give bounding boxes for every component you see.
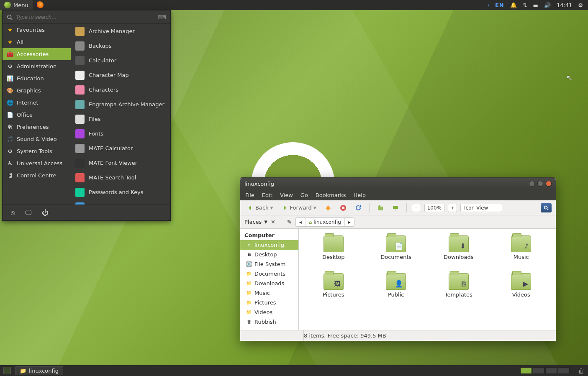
app-files[interactable]: Files: [71, 112, 170, 126]
network-updown-icon[interactable]: ⇅: [523, 2, 527, 8]
path-forward-segment[interactable]: ▸: [345, 218, 354, 226]
folder-downloads[interactable]: ⬇Downloads: [428, 235, 489, 271]
folder-public[interactable]: 👤Public: [366, 273, 427, 309]
logout-icon[interactable]: ⎋: [11, 209, 15, 217]
category-internet[interactable]: 🌐Internet: [3, 97, 71, 109]
sidebar-item-downloads[interactable]: 📁Downloads: [240, 279, 298, 288]
trash-icon: 🗑: [246, 319, 252, 325]
sidebar-item-videos[interactable]: 📁Videos: [240, 307, 298, 317]
app-backups[interactable]: Backups: [71, 38, 170, 53]
app-mate-search-tool[interactable]: MATE Search Tool: [71, 170, 170, 185]
category-administration[interactable]: ⚙Administration: [3, 60, 71, 72]
trash-applet-icon[interactable]: 🗑: [578, 367, 585, 375]
category-universal-access[interactable]: ♿Universal Access: [3, 157, 71, 169]
menu-search-input[interactable]: [16, 14, 154, 20]
forward-button[interactable]: Forward ▼: [279, 204, 318, 212]
app-engrampa-archive-manager[interactable]: Engrampa Archive Manager: [71, 97, 170, 112]
menu-view[interactable]: View: [280, 192, 293, 198]
app-plank[interactable]: Plank: [71, 200, 170, 205]
lock-screen-icon[interactable]: 🖵: [25, 209, 32, 217]
view-mode-selector[interactable]: Icon View: [460, 204, 502, 212]
sidebar-item-file-system[interactable]: 💽File System: [240, 259, 298, 269]
folder-templates[interactable]: ⎘Templates: [428, 273, 489, 309]
window-maximize-button[interactable]: [537, 181, 543, 187]
places-dropdown[interactable]: Places ▼: [244, 219, 267, 225]
app-passwords-and-keys[interactable]: Passwords and Keys: [71, 185, 170, 200]
app-characters[interactable]: Characters: [71, 82, 170, 97]
power-gear-icon[interactable]: ⚙: [578, 2, 583, 8]
zoom-out-button[interactable]: －: [412, 204, 421, 212]
path-back-segment[interactable]: ◂: [296, 218, 306, 226]
app-archive-manager[interactable]: Archive Manager: [71, 24, 170, 38]
computer-button[interactable]: [390, 204, 401, 212]
search-button[interactable]: [541, 203, 552, 212]
category-graphics[interactable]: 🎨Graphics: [3, 84, 71, 97]
edit-path-button[interactable]: ✎: [287, 219, 292, 225]
category-accessories[interactable]: 🧰Accessories: [3, 48, 71, 60]
folder-videos[interactable]: ▶Videos: [491, 273, 552, 309]
battery-icon[interactable]: ▬: [533, 2, 538, 8]
up-button[interactable]: [322, 204, 334, 212]
keyboard-language-indicator[interactable]: EN: [495, 2, 504, 8]
file-manager-icon-view[interactable]: Desktop📄Documents⬇Downloads♪Music🖼Pictur…: [299, 229, 556, 330]
app-mate-calculator[interactable]: MATE Calculator: [71, 141, 170, 156]
category-favourites[interactable]: ★Favourites: [3, 24, 71, 36]
shutdown-icon[interactable]: ⏻: [42, 209, 49, 217]
stop-icon: [340, 205, 347, 211]
sidebar-item-pictures[interactable]: 📁Pictures: [240, 298, 298, 307]
firefox-launcher-icon[interactable]: [36, 1, 44, 9]
app-fonts[interactable]: Fonts: [71, 126, 170, 141]
folder-music[interactable]: ♪Music: [491, 235, 552, 271]
window-minimize-button[interactable]: [529, 181, 535, 187]
menu-go[interactable]: Go: [300, 192, 308, 198]
onscreen-keyboard-icon[interactable]: ⌨: [158, 14, 166, 20]
zoom-in-button[interactable]: ＋: [448, 204, 457, 212]
show-desktop-button[interactable]: [3, 367, 11, 374]
menu-help[interactable]: Help: [353, 192, 366, 198]
files-icon: [75, 115, 85, 124]
sidebar-item-rubbish[interactable]: 🗑Rubbish: [240, 317, 298, 327]
app-character-map[interactable]: Character Map: [71, 68, 170, 82]
category-all[interactable]: ★All: [3, 36, 71, 48]
taskbar-item-linuxconfig[interactable]: 📁 linuxconfig: [15, 366, 63, 375]
reload-button[interactable]: [352, 204, 364, 212]
menu-edit[interactable]: Edit: [262, 192, 272, 198]
category-control-centre[interactable]: 🎛Control Centre: [3, 169, 71, 182]
workspace-3[interactable]: [545, 367, 557, 374]
computer-icon: [392, 205, 399, 211]
engrampa-icon: [75, 100, 85, 109]
category-sound-video[interactable]: 🎵Sound & Video: [3, 133, 71, 145]
path-home-segment[interactable]: ⌂ linuxconfig: [306, 218, 345, 226]
close-sidebar-button[interactable]: ✕: [271, 219, 275, 225]
window-titlebar[interactable]: linuxconfig: [240, 178, 556, 189]
menu-file[interactable]: File: [245, 192, 254, 198]
menu-button[interactable]: Menu: [0, 0, 33, 10]
back-button[interactable]: Back ▼: [244, 204, 275, 212]
home-button[interactable]: [375, 204, 386, 212]
folder-icon: 👤: [386, 273, 406, 290]
sidebar-item-linuxconfig[interactable]: ⌂linuxconfig: [240, 240, 298, 250]
volume-icon[interactable]: 🔊: [544, 2, 551, 8]
category-office[interactable]: 📄Office: [3, 109, 71, 121]
window-close-button[interactable]: [546, 181, 552, 187]
clock[interactable]: 14:41: [557, 2, 572, 8]
folder-desktop[interactable]: Desktop: [303, 235, 364, 271]
category-preferences[interactable]: 🛠Preferences: [3, 121, 71, 133]
app-mate-font-viewer[interactable]: MATE Font Viewer: [71, 156, 170, 170]
workspace-1[interactable]: [520, 367, 532, 374]
workspace-4[interactable]: [558, 367, 570, 374]
folder-pictures[interactable]: 🖼Pictures: [303, 273, 364, 309]
bottom-panel: 📁 linuxconfig 🗑: [0, 365, 588, 376]
stop-button[interactable]: [337, 204, 349, 212]
sidebar-item-desktop[interactable]: 🖥Desktop: [240, 250, 298, 259]
workspace-switcher[interactable]: [520, 367, 570, 374]
menu-bookmarks[interactable]: Bookmarks: [316, 192, 346, 198]
category-education[interactable]: 📊Education: [3, 72, 71, 84]
sidebar-item-documents[interactable]: 📁Documents: [240, 269, 298, 279]
workspace-2[interactable]: [533, 367, 544, 374]
category-system-tools[interactable]: ⚙System Tools: [3, 145, 71, 157]
sidebar-item-music[interactable]: 📁Music: [240, 288, 298, 298]
app-calculator[interactable]: Calculator: [71, 53, 170, 68]
notification-bell-icon[interactable]: 🔔: [510, 2, 517, 8]
folder-documents[interactable]: 📄Documents: [366, 235, 427, 271]
